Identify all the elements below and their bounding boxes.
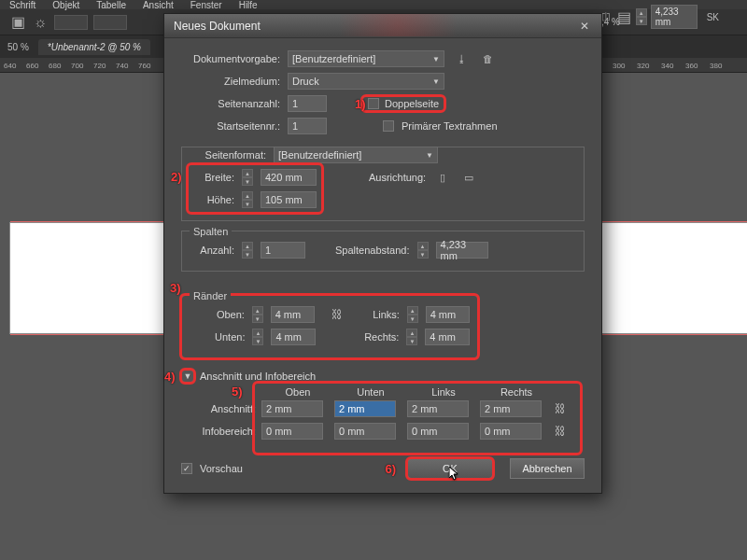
bleed-slug-title: Anschnitt und Infobereich [200, 371, 316, 382]
preview-checkbox[interactable]: ✓ [181, 463, 192, 474]
link-margins-icon[interactable]: ⛓ [330, 308, 345, 321]
intent-select[interactable]: Druck▼ [288, 73, 444, 90]
columns-fieldset: Spalten Anzahl: ▲▼ 1 Spaltenabstand: ▲▼ … [181, 231, 585, 272]
annotation-marker: 2) [171, 170, 182, 184]
grid-header: Links [407, 386, 480, 398]
menu-item[interactable]: Hilfe [239, 0, 258, 10]
highlight-box: Doppelseite [362, 96, 444, 111]
grid-header: Rechts [480, 386, 553, 398]
margin-bottom-input[interactable]: 4 mm [271, 329, 316, 345]
dialog-titlebar[interactable]: Neues Dokument ✕ [164, 14, 601, 38]
margin-top-stepper[interactable]: ▲▼ [252, 306, 263, 323]
format-label: Seitenformat: [190, 149, 266, 161]
margin-left-stepper[interactable]: ▲▼ [407, 306, 418, 323]
link-slug-icon[interactable]: ⛓ [553, 425, 568, 438]
stroke-swatch[interactable] [54, 15, 88, 30]
preset-select[interactable]: [Benutzerdefiniert]▼ [288, 50, 444, 67]
column-count-label: Anzahl: [190, 245, 234, 256]
slug-label: Infobereich: [181, 426, 261, 437]
bleed-label: Anschnitt: [181, 403, 261, 414]
orientation-label: Ausrichtung: [369, 172, 426, 183]
slug-left-input[interactable]: 0 mm [407, 423, 469, 440]
startpage-input[interactable]: 1 [288, 118, 327, 134]
menu-item[interactable]: Tabelle [96, 0, 126, 10]
intent-label: Zielmedium: [181, 76, 280, 87]
menu-item[interactable]: Schrift [9, 0, 35, 10]
document-tab[interactable]: *Unbenannt-2 @ 50 % [38, 39, 150, 55]
width-stepper[interactable]: ▲▼ [242, 169, 253, 186]
close-icon[interactable]: ✕ [577, 19, 592, 34]
portrait-icon[interactable]: ▯ [433, 168, 452, 187]
slug-bottom-input[interactable]: 0 mm [334, 423, 396, 440]
annotation-marker: 6) [385, 462, 396, 476]
gutter-input[interactable]: 4,233 mm [436, 242, 488, 259]
format-select[interactable]: [Benutzerdefiniert]▼ [274, 147, 438, 163]
slug-right-input[interactable]: 0 mm [480, 423, 542, 440]
stepper[interactable]: ▲▼ [636, 8, 647, 25]
gutter-stepper[interactable]: ▲▼ [417, 242, 429, 259]
margin-right-label: Rechts: [359, 331, 400, 343]
delete-preset-icon[interactable]: 🗑 [478, 49, 497, 68]
ok-button[interactable]: OK [407, 458, 493, 479]
annotation-marker: 1) [355, 97, 366, 111]
margin-top-label: Oben: [190, 309, 245, 320]
margin-left-label: Links: [359, 309, 400, 320]
sk-label: SK [707, 12, 719, 22]
slug-top-input[interactable]: 0 mm [261, 423, 323, 440]
column-count-stepper[interactable]: ▲▼ [242, 242, 253, 259]
zoom-label: 50 % [7, 42, 29, 52]
margin-bottom-label: Unten: [190, 331, 245, 343]
height-input[interactable]: 105 mm [261, 191, 317, 208]
link-bleed-icon[interactable]: ⛓ [553, 402, 568, 415]
bleed-top-input[interactable]: 2 mm [261, 400, 323, 417]
margin-left-input[interactable]: 4 mm [426, 306, 470, 323]
primary-frame-checkbox[interactable] [383, 120, 394, 132]
cancel-button[interactable]: Abbrechen [510, 458, 585, 479]
save-preset-icon[interactable]: ⭳ [452, 49, 471, 68]
margins-fieldset: Ränder Oben: ▲▼ 4 mm ⛓ Links: ▲▼ 4 mm Un… [181, 295, 478, 358]
startpage-label: Startseitennr.: [181, 120, 280, 132]
annotation-marker: 3) [170, 281, 181, 295]
sun-icon[interactable]: ☼ [32, 14, 49, 31]
menu-item[interactable]: Objekt [52, 0, 79, 10]
landscape-icon[interactable]: ▭ [459, 168, 478, 187]
gutter-label: Spaltenabstand: [335, 245, 410, 256]
dialog-title: Neues Dokument [174, 20, 261, 33]
bleed-left-input[interactable]: 2 mm [407, 400, 469, 417]
pages-label: Seitenanzahl: [181, 98, 280, 109]
grid-header: Unten [334, 386, 407, 398]
margins-legend: Ränder [190, 290, 231, 301]
height-stepper[interactable]: ▲▼ [242, 191, 253, 208]
preset-label: Dokumentvorgabe: [181, 53, 280, 64]
margin-right-stepper[interactable]: ▲▼ [406, 329, 417, 345]
annotation-marker: 5) [232, 385, 243, 399]
primary-frame-label: Primärer Textrahmen [402, 120, 498, 132]
bleed-right-input[interactable]: 2 mm [480, 400, 542, 417]
facing-checkbox[interactable] [368, 98, 379, 109]
facing-label: Doppelseite [385, 98, 439, 109]
preview-label: Vorschau [200, 463, 243, 474]
fill-swatch[interactable] [93, 15, 127, 30]
align-icon[interactable]: ▤ [617, 9, 632, 24]
columns-legend: Spalten [190, 226, 232, 237]
column-count-input[interactable]: 1 [261, 242, 305, 259]
bleed-bottom-input[interactable]: 2 mm [334, 400, 396, 417]
margin-bottom-stepper[interactable]: ▲▼ [252, 329, 263, 345]
disclosure-toggle[interactable]: ▼ [181, 370, 194, 383]
measure-field[interactable]: 4,233 mm [651, 5, 698, 29]
height-label: Höhe: [190, 194, 234, 205]
width-label: Breite: [190, 172, 234, 183]
new-document-dialog: Neues Dokument ✕ Dokumentvorgabe: [Benut… [163, 13, 602, 494]
menu-item[interactable]: Ansicht [143, 0, 174, 10]
menu-item[interactable]: Fenster [190, 0, 222, 10]
grid-header: Oben [261, 386, 334, 398]
annotation-marker: 4) [164, 370, 176, 384]
fill-icon[interactable]: ▣ [9, 14, 26, 31]
width-input[interactable]: 420 mm [261, 169, 317, 186]
pages-input[interactable]: 1 [288, 95, 327, 112]
page-format-fieldset: Seitenformat: [Benutzerdefiniert]▼ 2) Br… [181, 147, 585, 221]
margin-top-input[interactable]: 4 mm [271, 306, 315, 323]
margin-right-input[interactable]: 4 mm [425, 329, 470, 345]
